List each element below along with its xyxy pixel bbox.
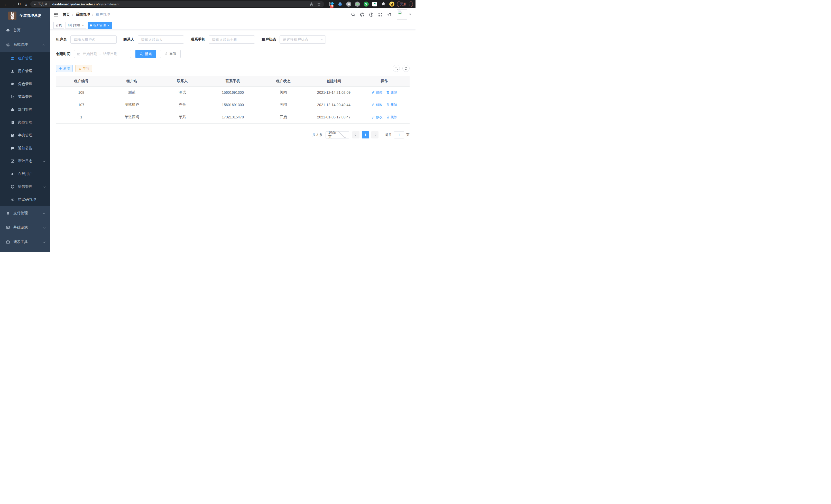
sidebar-item-audit-log[interactable]: 审计日志 (0, 155, 50, 168)
page-size-select[interactable]: 10条/页 (325, 131, 349, 139)
toggle-search-button[interactable] (393, 65, 400, 72)
refresh-icon (404, 66, 408, 70)
share-icon[interactable] (310, 2, 314, 6)
extension-balloon-icon[interactable] (337, 2, 343, 7)
fullscreen-icon[interactable] (378, 12, 382, 17)
edit-link[interactable]: 修改 (372, 102, 382, 107)
table-row: 107测试租户秃头15601691300关闭2021-12-14 20:49:4… (56, 99, 409, 111)
sidebar-item-label: 在线用户 (18, 172, 32, 176)
create-time-range-picker[interactable]: 开始日期 - 结束日期 (74, 50, 131, 58)
contact-input[interactable] (138, 35, 184, 44)
cell-actions: 修改删除 (359, 86, 409, 99)
table-header-row: 租户编号租户名联系人联系手机租户状态创建时间操作 (56, 76, 409, 86)
app-logo[interactable]: 芋道管理系统 (0, 8, 50, 23)
page-number-1[interactable]: 1 (362, 131, 369, 139)
id-badge-icon (10, 120, 15, 125)
sidebar-item-error-code-management[interactable]: 错误码管理 (0, 193, 50, 206)
github-icon[interactable] (360, 12, 365, 17)
sidebar-item-post-management[interactable]: 岗位管理 (0, 116, 50, 129)
bookmark-star-icon[interactable] (317, 2, 321, 6)
edit-link[interactable]: 修改 (372, 115, 382, 119)
sidebar-item-home[interactable]: 首页 (0, 23, 50, 37)
breadcrumb-item-0[interactable]: 首页 (63, 12, 70, 17)
tab-home[interactable]: 首页 (53, 22, 64, 29)
status-select[interactable]: 请选择租户状态 (280, 35, 326, 44)
code-icon (10, 198, 15, 202)
browser-home-icon[interactable]: ⌂ (23, 1, 29, 7)
browser-forward-icon[interactable]: → (9, 1, 16, 7)
sidebar-item-infrastructure[interactable]: 基础设施 (0, 220, 50, 235)
browser-back-icon[interactable]: ← (3, 1, 9, 7)
pagination: 共 3 条 10条/页 1 前往 页 (56, 131, 409, 139)
sidebar-item-label: 基础设施 (13, 225, 28, 230)
export-button[interactable]: 导出 (75, 65, 92, 72)
reset-button[interactable]: 重置 (160, 50, 181, 58)
cell-phone: 17321315478 (208, 111, 258, 123)
goto-page-input[interactable] (394, 131, 404, 139)
extension-row: 10 ⌘ y ⚑ (328, 2, 395, 7)
prev-page-button[interactable] (352, 131, 360, 139)
tab-close-icon[interactable]: × (82, 24, 84, 27)
sidebar-item-tenant-management[interactable]: 租户管理 (0, 52, 50, 65)
sidebar-item-system-management[interactable]: 系统管理 (0, 37, 50, 52)
delete-link[interactable]: 删除 (386, 115, 397, 119)
delete-link-label: 删除 (391, 115, 397, 119)
edit-icon (372, 103, 375, 106)
sidebar-item-notice-announcement[interactable]: 通知公告 (0, 142, 50, 155)
edit-link[interactable]: 修改 (372, 90, 382, 95)
font-size-icon[interactable] (387, 12, 392, 17)
column-header-1: 租户名 (107, 76, 157, 86)
tenant-name-label: 租户名 (56, 37, 67, 42)
browser-profile-avatar[interactable] (389, 2, 395, 7)
tab-dept-management[interactable]: 部门管理× (65, 22, 86, 29)
add-button[interactable]: 新增 (56, 65, 73, 72)
address-bar[interactable]: ▲ 不安全 dashboard.yudao.iocoder.cn/system/… (30, 1, 324, 7)
trash-icon (386, 115, 390, 119)
sidebar-collapse-icon[interactable] (53, 12, 59, 17)
help-icon[interactable] (369, 12, 374, 17)
sidebar-item-payment-management[interactable]: 支付管理 (0, 206, 50, 220)
sidebar-item-menu-management[interactable]: 菜单管理 (0, 90, 50, 103)
sidebar-item-role-management[interactable]: 角色管理 (0, 78, 50, 90)
chevron-down-icon (338, 130, 346, 138)
sidebar-item-user-management[interactable]: 用户管理 (0, 65, 50, 78)
status-label: 租户状态 (262, 37, 276, 42)
phone-input[interactable] (209, 35, 255, 44)
extension-y-icon[interactable]: y (364, 2, 369, 7)
next-page-button[interactable] (371, 131, 378, 139)
sidebar-item-dev-tools[interactable]: 研发工具 (0, 235, 50, 249)
tab-tenant-management[interactable]: 租户管理× (88, 22, 112, 29)
search-icon[interactable] (351, 12, 355, 17)
delete-link[interactable]: 删除 (386, 90, 397, 95)
sidebar-item-label: 通知公告 (18, 146, 32, 151)
tenant-name-input[interactable] (70, 35, 117, 44)
extension-flag-icon[interactable]: ⚑ (372, 2, 377, 6)
user-menu-caret-icon[interactable] (409, 13, 411, 16)
tenant-table: 租户编号租户名联系人联系手机租户状态创建时间操作 108测试测试15601691… (56, 76, 409, 124)
browser-reload-icon[interactable]: ↻ (16, 1, 23, 7)
browser-menu-icon[interactable] (408, 2, 411, 6)
tab-close-icon[interactable]: × (108, 24, 110, 27)
refresh-table-button[interactable] (402, 65, 409, 72)
extension-drawio-icon[interactable]: 10 (328, 2, 334, 7)
update-button[interactable]: 更新 (397, 1, 413, 7)
sidebar-item-label: 岗位管理 (18, 120, 32, 125)
user-avatar[interactable] (397, 9, 407, 20)
contact-label: 联系人 (123, 37, 134, 42)
download-icon (78, 67, 82, 70)
cell-id: 1 (56, 111, 107, 123)
search-button[interactable]: 搜索 (136, 50, 156, 58)
extension-recorder-icon[interactable] (355, 2, 360, 7)
sidebar-item-sms-management[interactable]: 短信管理 (0, 180, 50, 193)
sidebar-item-online-users[interactable]: 在线用户 (0, 168, 50, 180)
breadcrumb-item-1[interactable]: 系统管理 (76, 12, 90, 17)
create-time-label: 创建时间 (56, 52, 70, 56)
sidebar-item-dict-management[interactable]: 字典管理 (0, 129, 50, 142)
delete-link[interactable]: 删除 (386, 102, 397, 107)
extension-puzzle-icon[interactable] (380, 2, 386, 7)
delete-link-label: 删除 (391, 90, 397, 95)
menu-tree-icon (10, 95, 15, 99)
sidebar-item-dept-management[interactable]: 部门管理 (0, 103, 50, 116)
extension-command-icon[interactable]: ⌘ (346, 2, 351, 7)
broken-image-icon (398, 10, 402, 14)
